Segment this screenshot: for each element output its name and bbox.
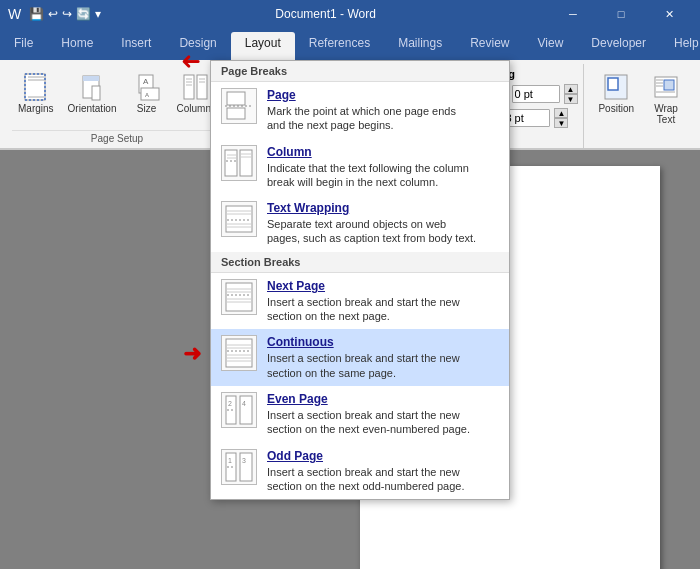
break-continuous-icon bbox=[221, 335, 257, 371]
svg-text:A: A bbox=[145, 92, 149, 98]
break-odd-page-icon: 1 3 bbox=[221, 449, 257, 485]
break-text-wrapping-item[interactable]: Text Wrapping Separate text around objec… bbox=[211, 195, 509, 252]
break-next-page-text: Next Page Insert a section break and sta… bbox=[267, 279, 499, 324]
wrap-text-button[interactable]: WrapText bbox=[644, 68, 688, 128]
undo-qat-btn[interactable]: ↩ bbox=[48, 7, 58, 21]
svg-rect-28 bbox=[608, 78, 618, 90]
break-next-page-title: Next Page bbox=[267, 279, 499, 293]
break-column-title: Column bbox=[267, 145, 499, 159]
spacing-after-spinner: ▲ ▼ bbox=[554, 108, 568, 128]
ribbon-tab-bar: File Home Insert Design Layout Reference… bbox=[0, 28, 700, 60]
break-even-page-text: Even Page Insert a section break and sta… bbox=[267, 392, 499, 437]
break-page-icon bbox=[221, 88, 257, 124]
svg-text:2: 2 bbox=[228, 400, 232, 407]
break-odd-page-text: Odd Page Insert a section break and star… bbox=[267, 449, 499, 494]
tab-layout[interactable]: Layout bbox=[231, 32, 295, 60]
svg-rect-6 bbox=[83, 76, 99, 81]
word-icon: W bbox=[8, 6, 21, 22]
svg-rect-57 bbox=[226, 339, 252, 367]
svg-text:1: 1 bbox=[228, 457, 232, 464]
break-text-wrapping-text: Text Wrapping Separate text around objec… bbox=[267, 201, 499, 246]
break-odd-page-title: Odd Page bbox=[267, 449, 499, 463]
ribbon: Margins Orientation bbox=[0, 60, 700, 150]
orientation-button[interactable]: Orientation bbox=[62, 68, 123, 117]
break-text-wrapping-icon bbox=[221, 201, 257, 237]
quick-access-toolbar: W 💾 ↩ ↪ 🔄 ▾ bbox=[8, 6, 101, 22]
breaks-dropdown: Page Breaks Page Mark the point at which… bbox=[210, 60, 510, 500]
orientation-icon bbox=[76, 71, 108, 103]
spacing-after-down[interactable]: ▼ bbox=[554, 118, 568, 128]
break-page-desc: Mark the point at which one page endsand… bbox=[267, 104, 499, 133]
break-page-text: Page Mark the point at which one page en… bbox=[267, 88, 499, 133]
break-even-page-desc: Insert a section break and start the new… bbox=[267, 408, 499, 437]
margins-button[interactable]: Margins bbox=[12, 68, 60, 117]
break-even-page-title: Even Page bbox=[267, 392, 499, 406]
break-odd-page-desc: Insert a section break and start the new… bbox=[267, 465, 499, 494]
maximize-button[interactable]: □ bbox=[598, 0, 644, 28]
break-odd-page-item[interactable]: 1 3 Odd Page Insert a section break and … bbox=[211, 443, 509, 500]
margins-icon bbox=[20, 71, 52, 103]
break-even-page-item[interactable]: 2 4 Even Page Insert a section break and… bbox=[211, 386, 509, 443]
redo-qat-btn[interactable]: ↪ bbox=[62, 7, 72, 21]
svg-rect-35 bbox=[227, 92, 245, 105]
break-page-item[interactable]: Page Mark the point at which one page en… bbox=[211, 82, 509, 139]
svg-text:3: 3 bbox=[242, 457, 246, 464]
break-continuous-title: Continuous bbox=[267, 335, 499, 349]
size-label: Size bbox=[137, 103, 156, 114]
tab-review[interactable]: Review bbox=[456, 32, 523, 60]
close-button[interactable]: ✕ bbox=[646, 0, 692, 28]
page-setup-label: Page Setup bbox=[12, 130, 222, 144]
svg-rect-38 bbox=[225, 150, 237, 176]
repeat-qat-btn[interactable]: 🔄 bbox=[76, 7, 91, 21]
svg-rect-30 bbox=[664, 80, 674, 90]
position-icon bbox=[600, 71, 632, 103]
window-controls: ─ □ ✕ bbox=[550, 0, 692, 28]
svg-rect-45 bbox=[226, 206, 252, 232]
tab-view[interactable]: View bbox=[524, 32, 578, 60]
page-breaks-header: Page Breaks bbox=[211, 61, 509, 82]
svg-text:A: A bbox=[143, 77, 149, 86]
break-next-page-item[interactable]: Next Page Insert a section break and sta… bbox=[211, 273, 509, 330]
section-red-arrow: ➜ bbox=[183, 341, 201, 367]
spacing-before-input[interactable] bbox=[512, 85, 560, 103]
break-text-wrapping-title: Text Wrapping bbox=[267, 201, 499, 215]
tab-help[interactable]: Help bbox=[660, 32, 700, 60]
break-column-item[interactable]: Column Indicate that the text following … bbox=[211, 139, 509, 196]
spacing-before-down[interactable]: ▼ bbox=[564, 94, 578, 104]
break-continuous-desc: Insert a section break and start the new… bbox=[267, 351, 499, 380]
spacing-before-up[interactable]: ▲ bbox=[564, 84, 578, 94]
save-qat-btn[interactable]: 💾 bbox=[29, 7, 44, 21]
tab-insert[interactable]: Insert bbox=[107, 32, 165, 60]
size-button[interactable]: A A Size bbox=[125, 68, 169, 117]
break-column-text: Column Indicate that the text following … bbox=[267, 145, 499, 190]
break-continuous-text: Continuous Insert a section break and st… bbox=[267, 335, 499, 380]
break-column-desc: Indicate that the text following the col… bbox=[267, 161, 499, 190]
spacing-after-up[interactable]: ▲ bbox=[554, 108, 568, 118]
svg-rect-7 bbox=[92, 86, 100, 100]
page-setup-buttons: Margins Orientation bbox=[12, 68, 222, 117]
break-column-icon bbox=[221, 145, 257, 181]
margins-label: Margins bbox=[18, 103, 54, 114]
svg-rect-37 bbox=[227, 108, 245, 119]
svg-rect-51 bbox=[226, 283, 252, 311]
svg-rect-9 bbox=[141, 88, 159, 100]
svg-rect-0 bbox=[25, 74, 45, 100]
wrap-text-label: WrapText bbox=[654, 103, 678, 125]
tab-developer[interactable]: Developer bbox=[577, 32, 660, 60]
tab-home[interactable]: Home bbox=[47, 32, 107, 60]
window-title: Document1 - Word bbox=[101, 7, 550, 21]
tab-file[interactable]: File bbox=[0, 32, 47, 60]
page-setup-group: Margins Orientation bbox=[4, 64, 231, 148]
break-continuous-item[interactable]: Continuous Insert a section break and st… bbox=[211, 329, 509, 386]
break-even-page-icon: 2 4 bbox=[221, 392, 257, 428]
title-bar: W 💾 ↩ ↪ 🔄 ▾ Document1 - Word ─ □ ✕ bbox=[0, 0, 700, 28]
position-button[interactable]: Position bbox=[592, 68, 640, 128]
break-text-wrapping-desc: Separate text around objects on webpages… bbox=[267, 217, 499, 246]
break-next-page-icon bbox=[221, 279, 257, 315]
minimize-button[interactable]: ─ bbox=[550, 0, 596, 28]
size-icon: A A bbox=[131, 71, 163, 103]
tab-references[interactable]: References bbox=[295, 32, 384, 60]
tab-mailings[interactable]: Mailings bbox=[384, 32, 456, 60]
spacing-before-spinner: ▲ ▼ bbox=[564, 84, 578, 104]
break-next-page-desc: Insert a section break and start the new… bbox=[267, 295, 499, 324]
